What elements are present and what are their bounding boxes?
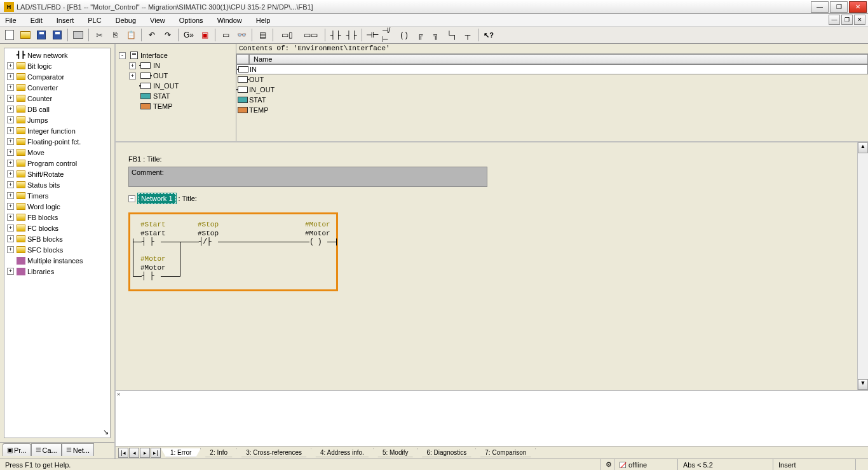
- open-branch-button[interactable]: ╔: [413, 28, 427, 42]
- sidebar-item[interactable]: +Jumps: [6, 114, 109, 125]
- output-tab-xref[interactable]: 3: Cross-references: [236, 448, 311, 457]
- download-button[interactable]: ▣: [198, 28, 212, 42]
- sidebar-item[interactable]: +Program control: [6, 158, 109, 169]
- doc-close-button[interactable]: ✕: [854, 15, 865, 25]
- expander-icon[interactable]: +: [129, 62, 136, 69]
- sidebar-item[interactable]: +Status bits: [6, 179, 109, 190]
- program-elements-tree[interactable]: +┫┣New network+Bit logic+Comparator+Conv…: [4, 48, 111, 438]
- expander-icon[interactable]: +: [7, 127, 14, 134]
- menu-help[interactable]: Help: [254, 15, 273, 25]
- resize-handle-icon[interactable]: ↘: [103, 428, 109, 436]
- menu-debug[interactable]: Debug: [113, 15, 139, 25]
- sidebar-item[interactable]: +Counter: [6, 93, 109, 104]
- sidebar-item[interactable]: +Converter: [6, 82, 109, 93]
- expander-icon[interactable]: +: [7, 235, 14, 242]
- expander-icon[interactable]: +: [7, 95, 14, 102]
- sidebar-item[interactable]: +DB call: [6, 104, 109, 114]
- interface-tree[interactable]: -Interface+IN+OUT+IN_OUT+STAT+TEMP: [116, 44, 236, 141]
- output-close-icon[interactable]: ×: [116, 391, 122, 397]
- output-tab-error[interactable]: 1: Error: [161, 448, 201, 457]
- network-collapse-icon[interactable]: −: [128, 195, 135, 202]
- close-button[interactable]: ✕: [849, 1, 867, 13]
- doc-restore-button[interactable]: ❐: [841, 15, 853, 25]
- sidebar-item[interactable]: +Timers: [6, 190, 109, 201]
- interface-col-icon[interactable]: [236, 54, 249, 64]
- expander-icon[interactable]: +: [7, 203, 14, 210]
- output-tab-modify[interactable]: 5: Modify: [373, 448, 418, 457]
- minimize-button[interactable]: —: [811, 1, 829, 13]
- expander-icon[interactable]: +: [7, 106, 14, 113]
- open-button[interactable]: [18, 28, 32, 42]
- interface-tree-item[interactable]: +STAT: [117, 91, 234, 101]
- interface-tree-item[interactable]: +IN: [117, 60, 234, 71]
- catalog-button[interactable]: ▤: [255, 28, 269, 42]
- paste-button[interactable]: 📋: [124, 28, 138, 42]
- coil-button[interactable]: ( ): [397, 28, 411, 42]
- sidebar-item[interactable]: +Word logic: [6, 201, 109, 212]
- expander-icon[interactable]: +: [7, 116, 14, 123]
- sidebar-item[interactable]: +Comparator: [6, 71, 109, 82]
- output-nav-prev[interactable]: ◂: [129, 448, 139, 458]
- expander-icon[interactable]: +: [7, 268, 14, 275]
- interface-row[interactable]: IN_OUT: [236, 85, 868, 95]
- monitor-button[interactable]: 👓: [234, 28, 248, 42]
- sidebar-item[interactable]: +Move: [6, 147, 109, 158]
- left-tab-call[interactable]: ☰ Ca...: [31, 443, 62, 456]
- sidebar-item[interactable]: +Floating-point fct.: [6, 136, 109, 147]
- interface-row[interactable]: IN: [236, 64, 868, 74]
- expander-icon[interactable]: +: [7, 84, 14, 91]
- program-elements-button[interactable]: ▭: [219, 28, 233, 42]
- output-nav-last[interactable]: ▸|: [151, 448, 161, 458]
- detail-button[interactable]: ▭▭: [300, 28, 322, 42]
- menu-edit[interactable]: Edit: [28, 15, 45, 25]
- menu-insert[interactable]: Insert: [54, 15, 77, 25]
- expander-icon[interactable]: +: [7, 160, 14, 167]
- output-tab-address[interactable]: 4: Address info.: [311, 448, 374, 457]
- expander-icon[interactable]: +: [7, 138, 14, 145]
- overview-button[interactable]: ▭▯: [276, 28, 298, 42]
- expander-icon[interactable]: +: [7, 192, 14, 199]
- sidebar-item[interactable]: +Libraries: [6, 266, 109, 277]
- interface-tree-item[interactable]: +OUT: [117, 71, 234, 81]
- sidebar-item[interactable]: +Multiple instances: [6, 255, 109, 266]
- new-button[interactable]: [3, 28, 17, 42]
- copy-button[interactable]: ⎘: [108, 28, 122, 42]
- ladder-editor[interactable]: FB1 : Title: Comment: − Network 1 : Titl…: [116, 142, 868, 390]
- menu-file[interactable]: File: [3, 15, 19, 25]
- sidebar-item[interactable]: +Shift/Rotate: [6, 169, 109, 179]
- network-button[interactable]: ┤├: [329, 28, 342, 42]
- sidebar-item[interactable]: +FC blocks: [6, 223, 109, 233]
- branch-button[interactable]: ┬: [461, 28, 475, 42]
- expander-icon[interactable]: +: [7, 149, 14, 156]
- sidebar-item[interactable]: +FB blocks: [6, 212, 109, 223]
- interface-row[interactable]: OUT: [236, 74, 868, 85]
- expander-icon[interactable]: +: [7, 62, 14, 69]
- sidebar-item[interactable]: +┫┣New network: [6, 50, 109, 60]
- nc-contact-button[interactable]: ⊣⊢: [365, 28, 379, 42]
- vertical-scrollbar[interactable]: ▲ ▼: [857, 142, 868, 390]
- expander-icon[interactable]: +: [7, 181, 14, 188]
- ladder-network[interactable]: #Start #Start #Stop #Stop #Motor #Motor …: [128, 212, 338, 291]
- left-tab-network[interactable]: ☰ Net...: [62, 443, 94, 456]
- interface-row[interactable]: STAT: [236, 95, 868, 105]
- interface-tree-item[interactable]: +TEMP: [117, 101, 234, 111]
- scroll-down-icon[interactable]: ▼: [858, 379, 868, 390]
- no-contact-icon[interactable]: ┤ ├: [142, 237, 154, 246]
- interface-tree-item[interactable]: -Interface: [117, 50, 234, 60]
- network-header[interactable]: − Network 1 : Title:: [128, 193, 844, 204]
- output-tab-diag[interactable]: 6: Diagnostics: [417, 448, 476, 457]
- save-all-button[interactable]: [50, 28, 64, 42]
- doc-minimize-button[interactable]: —: [829, 15, 840, 25]
- menu-plc[interactable]: PLC: [85, 15, 104, 25]
- menu-view[interactable]: View: [147, 15, 168, 25]
- sidebar-item[interactable]: +Integer function: [6, 125, 109, 136]
- cut-button[interactable]: ✂: [92, 28, 106, 42]
- expander-icon[interactable]: -: [119, 52, 126, 59]
- network-badge[interactable]: Network 1: [138, 193, 176, 204]
- maximize-button[interactable]: ❐: [830, 1, 848, 13]
- menu-window[interactable]: Window: [215, 15, 245, 25]
- new-network-button[interactable]: ┤├: [344, 28, 358, 42]
- output-tab-compare[interactable]: 7: Comparison: [475, 448, 536, 457]
- left-tab-program[interactable]: ▣ Pr...: [3, 443, 31, 456]
- goto-button[interactable]: G»: [182, 28, 196, 42]
